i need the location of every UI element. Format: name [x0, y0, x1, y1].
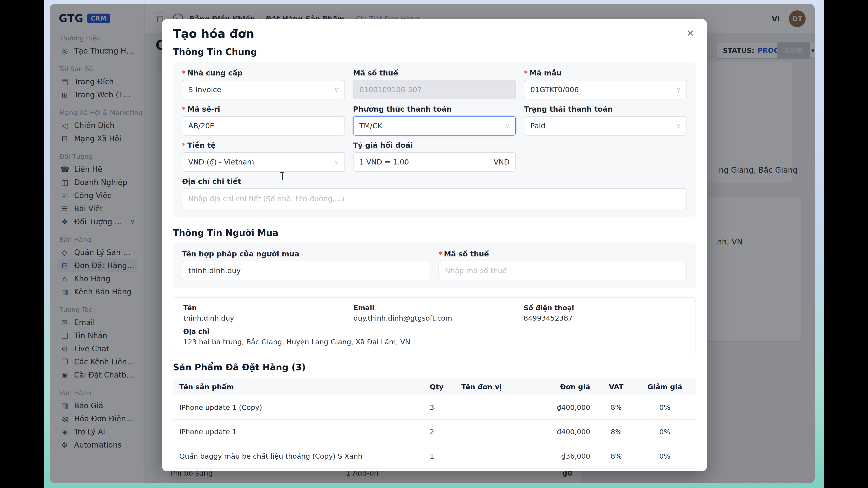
template-code-select[interactable]: 01GTKT0/006 ∨ [524, 80, 687, 99]
address-detail-input[interactable] [188, 195, 681, 203]
product-qty: 3 [430, 403, 461, 412]
payment-method-select[interactable]: TM/CK ∨ [353, 116, 516, 135]
product-vat: 8% [592, 452, 640, 460]
required-star: * [438, 250, 442, 258]
currency-suffix: VND [494, 158, 509, 166]
product-name: Quần baggy màu be chất liệu thoáng (Copy… [179, 452, 430, 460]
buyer-tax-code-field: *Mã số thuế [438, 250, 687, 281]
product-vat: 8% [592, 403, 640, 412]
template-code-field: *Mã mẫu 01GTKT0/006 ∨ [524, 69, 687, 99]
table-header: Tên sản phẩm Qty Tên đơn vị Đơn giá VAT … [173, 378, 696, 395]
product-name: IPhone update 1 (Copy) [179, 403, 430, 412]
create-invoice-modal: Tạo hóa đơn ✕ Thông Tin Chung *Nhà cung … [162, 19, 707, 471]
product-discount: 0% [640, 428, 690, 436]
chevron-down-icon: ∨ [505, 123, 509, 129]
buyer-email: Email duy.thinh.dinh@gtgsoft.com [353, 304, 516, 322]
buyer-legal-name-field: Tên hợp pháp của người mua [182, 250, 430, 281]
general-info-group: *Nhà cung cấp S-Invoice ∨ Mã số thuế 010… [173, 62, 696, 217]
buyer-summary-card: Tên thinh.dinh.duy Email duy.thinh.dinh@… [173, 297, 696, 353]
buyer-tax-code-input[interactable] [445, 266, 681, 275]
product-discount: 0% [640, 452, 690, 460]
chevron-down-icon: ∨ [676, 86, 681, 93]
tax-code-input: 0100109106-507 [353, 80, 516, 99]
address-detail-field: Địa chỉ chi tiết [182, 177, 687, 209]
modal-header: Tạo hóa đơn ✕ [173, 27, 696, 40]
buyer-info-heading: Thông Tin Người Mua [173, 228, 696, 238]
products-table: Tên sản phẩm Qty Tên đơn vị Đơn giá VAT … [173, 378, 696, 468]
product-qty: 2 [430, 428, 461, 436]
payment-status-select[interactable]: Paid ∨ [524, 116, 687, 135]
app-window: GTG CRM Thương Hiệu ◎ Tạo Thương Hiệu ∨ … [50, 4, 815, 483]
product-price: ₫36,000 [518, 452, 592, 460]
payment-status-field: Trạng thái thanh toán Paid ∨ [524, 105, 687, 135]
table-row: IPhone update 1 2 ₫400,000 8% 0% [173, 420, 696, 444]
required-star: * [182, 141, 186, 149]
chevron-down-icon: ∨ [676, 123, 681, 129]
supplier-select[interactable]: S-Invoice ∨ [182, 80, 345, 99]
product-discount: 0% [640, 403, 690, 412]
buyer-phone: Số điện thoại 84993452387 [524, 304, 686, 322]
modal-footer: HỦY BỎ TẠO MỚI [173, 468, 696, 471]
buyer-address: Địa chỉ 123 hai bà trưng, Bắc Giang, Huy… [183, 328, 686, 346]
buyer-name: Tên thinh.dinh.duy [183, 304, 345, 322]
product-vat: 8% [592, 428, 640, 436]
buyer-legal-name-input[interactable] [188, 266, 424, 275]
serial-input[interactable] [188, 122, 339, 130]
tax-code-field: Mã số thuế 0100109106-507 [353, 69, 516, 99]
exchange-rate-input[interactable]: 1 VND = 1.00 VND [353, 152, 516, 172]
table-row: Quần baggy màu be chất liệu thoáng (Copy… [173, 444, 696, 468]
exchange-rate-field: Tỷ giá hối đoái 1 VND = 1.00 VND [353, 141, 516, 172]
product-qty: 1 [430, 452, 461, 460]
required-star: * [182, 69, 186, 77]
currency-field: *Tiền tệ VND (₫) - Vietnam ∨ [182, 141, 345, 172]
serial-field: *Mã sê-ri [182, 105, 345, 135]
product-price: ₫400,000 [518, 403, 592, 412]
supplier-field: *Nhà cung cấp S-Invoice ∨ [182, 69, 345, 99]
general-info-heading: Thông Tin Chung [173, 47, 696, 57]
products-heading: Sản Phẩm Đã Đặt Hàng (3) [173, 362, 696, 372]
table-row: IPhone update 1 (Copy) 3 ₫400,000 8% 0% [173, 395, 696, 420]
product-name: IPhone update 1 [179, 428, 430, 436]
modal-title: Tạo hóa đơn [173, 27, 254, 40]
chevron-down-icon: ∨ [334, 86, 339, 93]
required-star: * [524, 69, 528, 77]
required-star: * [182, 105, 186, 113]
currency-select[interactable]: VND (₫) - Vietnam ∨ [182, 152, 345, 172]
payment-method-field: Phương thức thanh toán TM/CK ∨ [353, 105, 516, 135]
buyer-info-group: Tên hợp pháp của người mua *Mã số thuế [173, 243, 696, 288]
product-price: ₫400,000 [518, 428, 592, 436]
chevron-down-icon: ∨ [334, 159, 339, 165]
close-icon[interactable]: ✕ [685, 27, 696, 39]
